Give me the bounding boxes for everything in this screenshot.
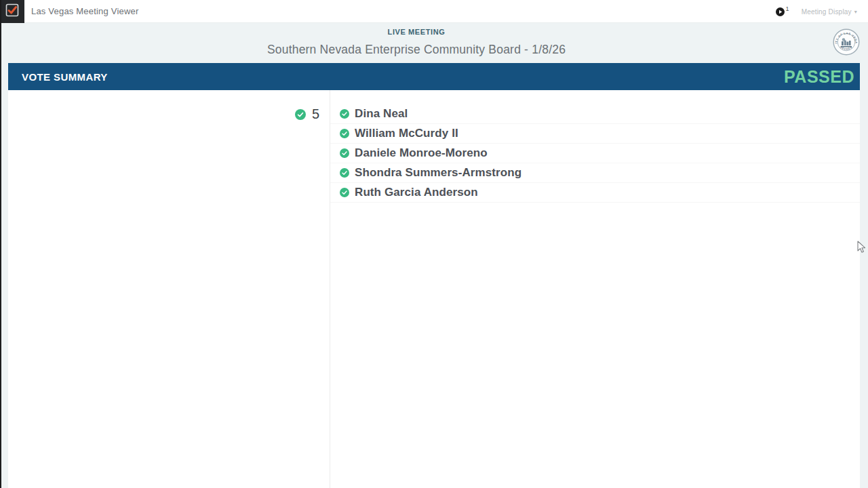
- vote-summary-header: VOTE SUMMARY PASSED: [8, 63, 860, 90]
- yes-vote-check-icon: [340, 168, 349, 178]
- vote-count-column: 5: [8, 90, 330, 488]
- yes-count-value: 5: [312, 106, 319, 122]
- voter-row: Dina Neal: [330, 104, 860, 124]
- mouse-cursor: [857, 241, 866, 256]
- meeting-header: LIVE MEETING Southern Nevada Enterprise …: [0, 23, 868, 63]
- voter-row: Ruth Garcia Anderson: [330, 183, 860, 203]
- vote-result-badge: PASSED: [784, 67, 854, 87]
- yes-vote-check-icon: [340, 129, 349, 138]
- yes-vote-check-icon: [340, 109, 349, 119]
- yes-count-check-icon: [295, 109, 306, 120]
- city-of-las-vegas-seal: CITY OF LAS VEGAS NEVADA: [833, 28, 860, 56]
- app-title: Las Vegas Meeting Viewer: [31, 6, 139, 16]
- voter-row: Shondra Summers-Armstrong: [330, 163, 860, 183]
- vote-summary-title: VOTE SUMMARY: [22, 71, 108, 83]
- voter-name: Shondra Summers-Armstrong: [355, 166, 521, 180]
- yes-vote-check-icon: [340, 188, 349, 197]
- play-circle-icon: [776, 7, 785, 19]
- voter-row: Daniele Monroe-Moreno: [330, 144, 860, 163]
- yes-count-row: 5: [8, 104, 330, 124]
- live-meeting-badge: LIVE MEETING: [0, 28, 833, 36]
- stream-status[interactable]: 1: [776, 7, 789, 19]
- voter-name: William McCurdy II: [355, 127, 458, 140]
- voter-row: William McCurdy II: [330, 124, 860, 144]
- voter-name: Ruth Garcia Anderson: [355, 186, 478, 199]
- app-header: Las Vegas Meeting Viewer 1 Meeting Displ…: [0, 0, 868, 23]
- vote-summary-body: 5 Dina Neal William McCurdy II: [8, 90, 860, 488]
- viewer-count: 1: [786, 5, 789, 12]
- vote-summary-card: VOTE SUMMARY PASSED 5 Dina Neal: [8, 63, 860, 488]
- voter-name: Daniele Monroe-Moreno: [355, 146, 488, 160]
- meeting-title: Southern Nevada Enterprise Community Boa…: [0, 43, 833, 57]
- chevron-down-icon: ▾: [854, 9, 857, 15]
- yes-vote-check-icon: [340, 148, 349, 158]
- meeting-display-label: Meeting Display: [802, 8, 852, 16]
- meeting-display-selector[interactable]: Meeting Display ▾: [802, 8, 857, 16]
- app-logo-button[interactable]: [0, 0, 24, 23]
- screen-left-edge: [0, 0, 1, 488]
- voters-list: Dina Neal William McCurdy II Daniele Mon…: [330, 90, 860, 488]
- voter-name: Dina Neal: [355, 107, 408, 121]
- checkbox-logo-icon: [5, 3, 19, 20]
